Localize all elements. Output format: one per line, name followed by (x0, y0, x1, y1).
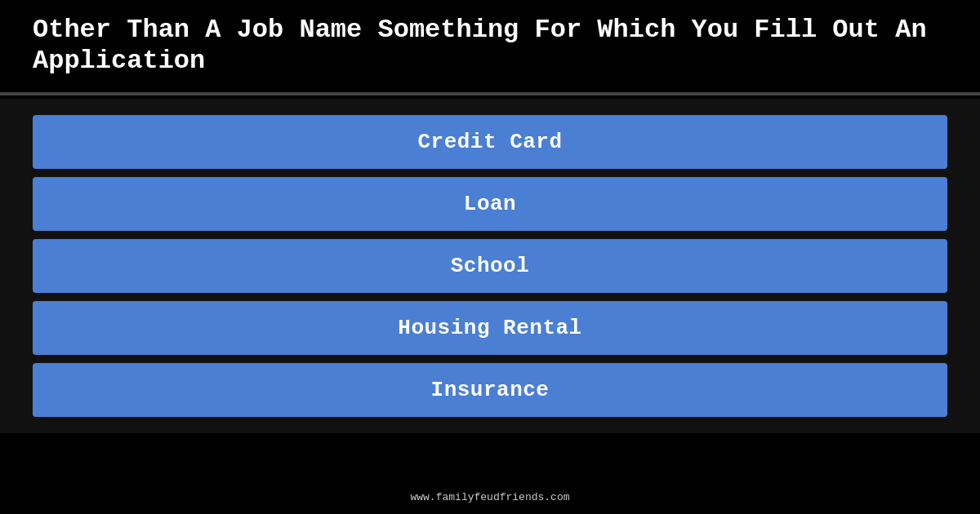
answer-label-2: Loan (464, 192, 516, 216)
answer-label-5: Insurance (431, 378, 550, 402)
website-url: www.familyfeudfriends.com (410, 491, 569, 503)
footer: www.familyfeudfriends.com (0, 490, 980, 504)
answer-label-3: School (451, 254, 530, 278)
header: Other Than A Job Name Something For Whic… (0, 0, 980, 95)
answer-label-1: Credit Card (417, 130, 562, 154)
answer-item-5[interactable]: Insurance (33, 363, 947, 417)
answer-item-1[interactable]: Credit Card (33, 115, 947, 169)
answer-item-3[interactable]: School (33, 239, 947, 293)
answer-label-4: Housing Rental (398, 316, 581, 340)
answer-item-4[interactable]: Housing Rental (33, 301, 947, 355)
answer-item-2[interactable]: Loan (33, 177, 947, 231)
answers-list: Credit CardLoanSchoolHousing RentalInsur… (0, 99, 980, 433)
question-title: Other Than A Job Name Something For Whic… (33, 15, 947, 78)
